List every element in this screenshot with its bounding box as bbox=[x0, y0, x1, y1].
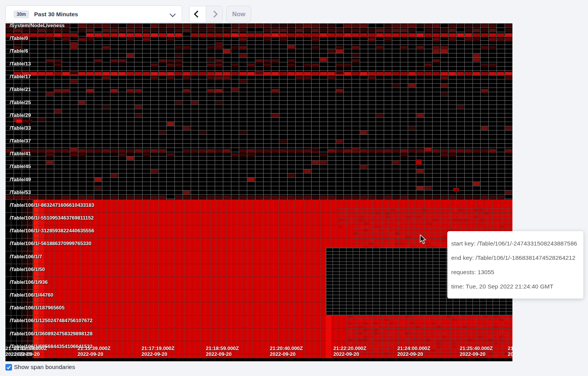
show-span-boundaries-checkbox[interactable] bbox=[5, 364, 12, 371]
tooltip-line: end key: /Table/106/1/-18683814745282642… bbox=[451, 251, 579, 265]
chevron-down-icon bbox=[170, 11, 176, 17]
footer: Show span boundaries bbox=[5, 364, 75, 371]
tooltip-line: requests: 13055 bbox=[451, 265, 579, 279]
chevron-right-icon bbox=[211, 10, 218, 17]
next-time-button[interactable] bbox=[206, 6, 223, 22]
prev-time-button[interactable] bbox=[190, 6, 206, 22]
heatmap-tooltip: start key: /Table/106/1/-247433150824388… bbox=[447, 231, 583, 299]
key-visualizer-heatmap[interactable]: /System/NodeLiveness/Table/0/Table/6/Tab… bbox=[5, 23, 512, 361]
time-nav-group bbox=[189, 6, 223, 22]
tooltip-line: start key: /Table/106/1/-247433150824388… bbox=[451, 236, 579, 251]
chevron-left-icon bbox=[194, 10, 201, 17]
time-range-select[interactable]: 30m Past 30 Minutes bbox=[5, 5, 182, 23]
tooltip-line: time: Tue, 20 Sep 2022 21:24:40 GMT bbox=[451, 279, 579, 294]
show-span-boundaries-label: Show span boundaries bbox=[14, 364, 75, 371]
time-range-label: Past 30 Minutes bbox=[34, 11, 78, 17]
toolbar: 30m Past 30 Minutes Now bbox=[0, 0, 588, 23]
heatmap-canvas[interactable] bbox=[5, 23, 512, 361]
check-icon bbox=[6, 365, 11, 370]
now-button[interactable]: Now bbox=[226, 6, 251, 22]
time-range-badge: 30m bbox=[14, 10, 29, 18]
